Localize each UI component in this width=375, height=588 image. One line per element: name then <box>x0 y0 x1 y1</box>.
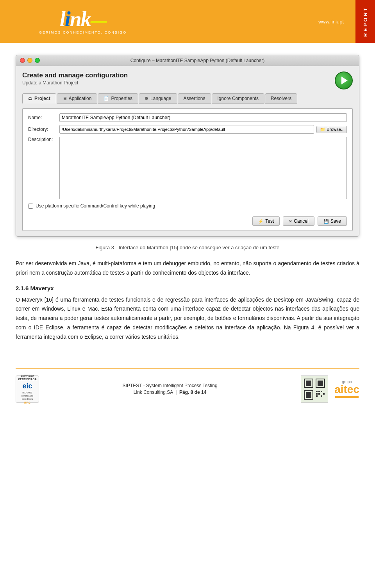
directory-row: Directory: 📁 Browse.. <box>28 125 347 134</box>
dialog-footer: ⚡ Test ✕ Cancel 💾 Save <box>28 214 347 226</box>
close-window-button[interactable] <box>20 58 25 63</box>
dialog-titlebar: Configure – MarathonITE SampleApp Python… <box>16 55 359 66</box>
properties-tab-icon: 📄 <box>104 96 109 101</box>
svg-rect-4 <box>318 381 323 386</box>
directory-input[interactable] <box>59 125 314 134</box>
form-panel: Name: Directory: 📁 Browse.. Description: <box>22 108 353 231</box>
body-paragraph-2: O Maveryx [16] é uma ferramenta de teste… <box>16 295 359 342</box>
main-content: Configure – MarathonITE SampleApp Python… <box>0 43 375 357</box>
page-footer: EMPRESACERTIFICADA eic ISO 9001certifica… <box>16 368 359 403</box>
svg-rect-14 <box>323 393 325 395</box>
application-tab-icon: 🖥 <box>62 96 67 101</box>
dialog-header-text: Create and manage configuration Update a… <box>22 71 128 86</box>
footer-line1: SIPTEST - System Intelligent Process Tes… <box>39 383 301 388</box>
browse-button[interactable]: 📁 Browse.. <box>316 126 347 133</box>
svg-rect-7 <box>316 391 318 392</box>
test-icon: ⚡ <box>258 219 264 224</box>
tab-properties-label: Properties <box>111 96 132 101</box>
footer-left: EMPRESACERTIFICADA eic ISO 9001certifica… <box>16 375 39 403</box>
save-label: Save <box>330 218 341 224</box>
dialog-main-title: Create and manage configuration <box>22 71 128 79</box>
cancel-button[interactable]: ✕ Cancel <box>283 216 314 226</box>
tab-resolvers[interactable]: Resolvers <box>265 93 297 104</box>
svg-rect-8 <box>318 391 320 392</box>
tab-project[interactable]: 🗂 Project <box>22 93 56 104</box>
name-input[interactable] <box>59 113 347 122</box>
figure-caption: Figura 3 - Interface do Marathon [15] on… <box>16 245 359 250</box>
section-heading: 2.1.6 Maveryx <box>16 285 359 291</box>
logo-tagline: GERIMOS CONHECIMENTO, CONSIGO <box>39 30 127 34</box>
logo-text: link— <box>60 9 106 30</box>
minimize-window-button[interactable] <box>27 58 32 63</box>
aitec-orange-bar <box>335 396 359 398</box>
tab-assertions-label: Assertions <box>184 96 205 101</box>
svg-rect-2 <box>306 381 311 386</box>
aitec-logo-container: grupo aitec <box>334 380 359 398</box>
test-button[interactable]: ⚡ Test <box>252 216 280 226</box>
tab-resolvers-label: Resolvers <box>271 96 291 101</box>
page-header: link— GERIMOS CONHECIMENTO, CONSIGO www.… <box>0 0 375 43</box>
tab-ignore-components[interactable]: Ignore Components <box>212 93 264 104</box>
svg-rect-10 <box>316 393 318 395</box>
dialog-body: Create and manage configuration Update a… <box>16 66 359 236</box>
aitec-label: aitec <box>334 384 359 395</box>
tab-language-label: Language <box>150 96 171 101</box>
certification-logo: EMPRESACERTIFICADA eic ISO 9001certifica… <box>16 375 39 403</box>
play-icon <box>341 77 348 84</box>
dialog-header: Create and manage configuration Update a… <box>22 71 353 89</box>
cancel-label: Cancel <box>294 218 308 224</box>
name-label: Name: <box>28 115 59 120</box>
window-buttons <box>20 58 40 63</box>
svg-rect-9 <box>321 391 322 392</box>
browse-label: Browse.. <box>327 127 343 132</box>
svg-rect-13 <box>321 395 322 397</box>
directory-label: Directory: <box>28 127 59 132</box>
name-row: Name: <box>28 113 347 122</box>
report-label: REPORT <box>362 6 368 37</box>
tab-ignore-label: Ignore Components <box>218 96 259 101</box>
report-banner: REPORT <box>355 0 375 43</box>
description-textarea[interactable] <box>59 137 347 199</box>
company-logo: link— GERIMOS CONHECIMENTO, CONSIGO <box>39 9 127 34</box>
tabs-bar: 🗂 Project 🖥 Application 📄 Properties ⚙ L… <box>22 93 353 104</box>
description-row: Description: <box>28 137 347 199</box>
cancel-icon: ✕ <box>289 219 292 224</box>
project-tab-icon: 🗂 <box>28 96 32 101</box>
description-label: Description: <box>28 137 59 142</box>
svg-rect-11 <box>318 393 320 395</box>
dialog-subtitle: Update a Marathon Project <box>22 80 128 86</box>
save-icon: 💾 <box>323 219 329 224</box>
test-label: Test <box>265 218 274 224</box>
svg-rect-6 <box>306 392 311 398</box>
dialog-screenshot: Configure – MarathonITE SampleApp Python… <box>16 55 359 237</box>
save-button[interactable]: 💾 Save <box>318 216 347 226</box>
body-paragraph-1: Por ser desenvolvida em Java, é multi-pl… <box>16 259 359 278</box>
footer-line2: Link Consulting,SA | Pág. 8 de 14 <box>39 390 301 395</box>
tab-properties[interactable]: 📄 Properties <box>98 93 138 104</box>
checkbox-label: Use platform specific Command/Control ke… <box>36 203 155 209</box>
tab-language[interactable]: ⚙ Language <box>139 93 177 104</box>
tab-application[interactable]: 🖥 Application <box>57 93 98 104</box>
svg-rect-12 <box>316 395 318 397</box>
maximize-window-button[interactable] <box>35 58 40 63</box>
footer-center: SIPTEST - System Intelligent Process Tes… <box>39 382 301 396</box>
browse-icon: 📁 <box>320 127 325 132</box>
footer-page: Pág. 8 de 14 <box>179 390 206 395</box>
footer-right: grupo aitec <box>301 375 359 403</box>
dialog-title: Configure – MarathonITE SampleApp Python… <box>40 58 355 63</box>
header-url: www.link.pt <box>318 19 344 25</box>
tab-project-label: Project <box>34 96 50 101</box>
tab-assertions[interactable]: Assertions <box>178 93 211 104</box>
language-tab-icon: ⚙ <box>145 96 148 101</box>
run-button[interactable] <box>335 71 353 89</box>
platform-checkbox[interactable] <box>28 204 33 209</box>
qr-code <box>301 375 328 403</box>
tab-application-label: Application <box>69 96 92 101</box>
checkbox-row: Use platform specific Command/Control ke… <box>28 203 347 209</box>
